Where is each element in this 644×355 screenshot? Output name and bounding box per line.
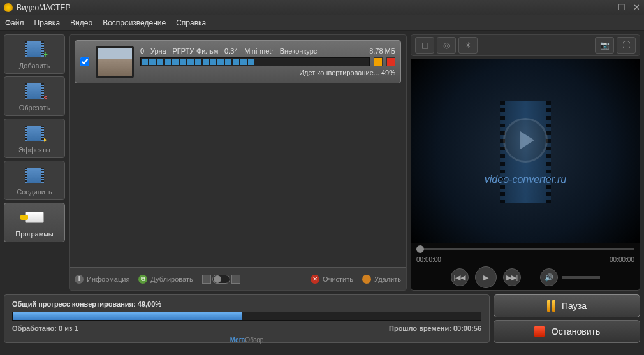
titlebar: ВидеоМАСТЕР — ☐ ✕	[0, 0, 644, 15]
minimize-button[interactable]: —	[602, 3, 610, 12]
file-stop-button[interactable]	[386, 57, 395, 66]
menu-file[interactable]: Файл	[5, 18, 24, 27]
sidebar-effects-label: Эффекты	[18, 146, 50, 154]
info-button[interactable]: iИнформация	[75, 275, 129, 284]
sidebar-join[interactable]: Соединить	[4, 161, 65, 200]
file-status: Идет конвертирование... 49%	[140, 69, 395, 76]
pause-icon	[547, 300, 555, 312]
sidebar-programs[interactable]: Программы	[4, 203, 65, 242]
delete-icon: −	[362, 275, 371, 284]
duplicate-button[interactable]: ⧉Дублировать	[138, 275, 193, 284]
center-toolbar: iИнформация ⧉Дублировать ✕Очистить −Удал…	[70, 267, 406, 290]
sidebar: + Добавить ✂ Обрезать ✦ Эффекты Соединит…	[4, 34, 65, 291]
sidebar-effects[interactable]: ✦ Эффекты	[4, 119, 65, 158]
delete-button[interactable]: −Удалить	[362, 275, 401, 284]
sidebar-programs-label: Программы	[15, 230, 53, 238]
menubar: Файл Правка Видео Воспроизведение Справк…	[0, 15, 644, 31]
time-total: 00:00:00	[610, 256, 634, 263]
processed-label: Обработано: 0 из 1	[12, 324, 78, 332]
brightness-tool[interactable]: ☀	[458, 37, 478, 54]
info-icon: i	[75, 275, 84, 284]
next-button[interactable]: ▶▶|	[503, 268, 521, 286]
close-button[interactable]: ✕	[633, 3, 640, 12]
watermark: video-converter.ru	[485, 174, 566, 185]
clear-icon: ✕	[311, 275, 319, 284]
file-pause-button[interactable]	[374, 57, 383, 66]
prev-button[interactable]: |◀◀	[451, 268, 469, 286]
duplicate-icon: ⧉	[138, 275, 147, 284]
snapshot-tool[interactable]: 📷	[595, 37, 614, 54]
fullscreen-tool[interactable]: ⛶	[617, 37, 636, 54]
view-toggle[interactable]	[202, 275, 240, 284]
menu-playback[interactable]: Воспроизведение	[103, 18, 166, 27]
film-join-icon	[25, 168, 44, 183]
view-switch[interactable]	[212, 275, 230, 284]
volume-button[interactable]: 🔊	[540, 268, 558, 286]
progress-panel: Общий прогресс конвертирования: 49,00% О…	[4, 294, 490, 343]
sidebar-cut[interactable]: ✂ Обрезать	[4, 76, 65, 116]
app-logo-icon	[4, 3, 13, 12]
preview-panel: ◫ ◎ ☀ 📷 ⛶ video-converter.ru 00:00:00 00…	[411, 34, 640, 291]
brand-overlay: МегаОбзор	[230, 337, 264, 344]
stop-button[interactable]: Остановить	[494, 320, 640, 343]
progress-label: Общий прогресс конвертирования: 49,00%	[12, 300, 481, 308]
menu-video[interactable]: Видео	[70, 18, 92, 27]
file-size: 8,78 МБ	[369, 47, 395, 55]
stop-icon	[534, 326, 545, 337]
file-item[interactable]: 0 - Урна - РГРТУ-Фильм - 0.34 - Mini-met…	[75, 40, 401, 83]
film-add-icon: +	[25, 41, 44, 57]
film-strip-icon	[500, 101, 551, 203]
time-current: 00:00:00	[416, 256, 441, 263]
film-effects-icon: ✦	[25, 126, 44, 141]
sidebar-add-label: Добавить	[19, 62, 50, 69]
maximize-button[interactable]: ☐	[618, 3, 626, 12]
sidebar-cut-label: Обрезать	[19, 104, 50, 112]
menu-help[interactable]: Справка	[176, 18, 206, 27]
volume-slider[interactable]	[562, 276, 600, 279]
file-panel: 0 - Урна - РГРТУ-Фильм - 0.34 - Mini-met…	[69, 34, 407, 291]
sidebar-add[interactable]: + Добавить	[4, 34, 65, 74]
overall-progress	[12, 312, 481, 321]
crop-tool[interactable]: ◫	[415, 37, 434, 54]
file-progress	[140, 57, 370, 66]
menu-edit[interactable]: Правка	[34, 18, 61, 27]
view-list-icon	[202, 275, 211, 284]
view-grid-icon	[231, 275, 240, 284]
clear-button[interactable]: ✕Очистить	[311, 275, 353, 284]
elapsed-label: Прошло времени: 00:00:56	[389, 324, 481, 332]
play-button[interactable]: ▶	[475, 266, 497, 288]
file-thumbnail	[96, 46, 134, 78]
film-cut-icon: ✂	[25, 83, 44, 99]
action-panel: Пауза Остановить	[494, 294, 640, 343]
file-name: 0 - Урна - РГРТУ-Фильм - 0.34 - Mini-met…	[140, 47, 317, 55]
seek-bar[interactable]	[411, 243, 640, 255]
video-area: video-converter.ru 00:00:00 00:00:00 |◀◀…	[411, 59, 640, 291]
video-canvas[interactable]: video-converter.ru	[411, 59, 640, 243]
pause-button[interactable]: Пауза	[494, 294, 640, 317]
file-list: 0 - Урна - РГРТУ-Фильм - 0.34 - Mini-met…	[70, 35, 406, 267]
file-checkbox[interactable]	[80, 57, 89, 66]
preview-tools: ◫ ◎ ☀ 📷 ⛶	[411, 34, 640, 56]
rotate-tool[interactable]: ◎	[437, 37, 456, 54]
key-icon	[25, 212, 44, 223]
app-title: ВидеоМАСТЕР	[17, 3, 602, 12]
player-controls: |◀◀ ▶ ▶▶| 🔊	[411, 264, 640, 290]
sidebar-join-label: Соединить	[17, 188, 52, 196]
